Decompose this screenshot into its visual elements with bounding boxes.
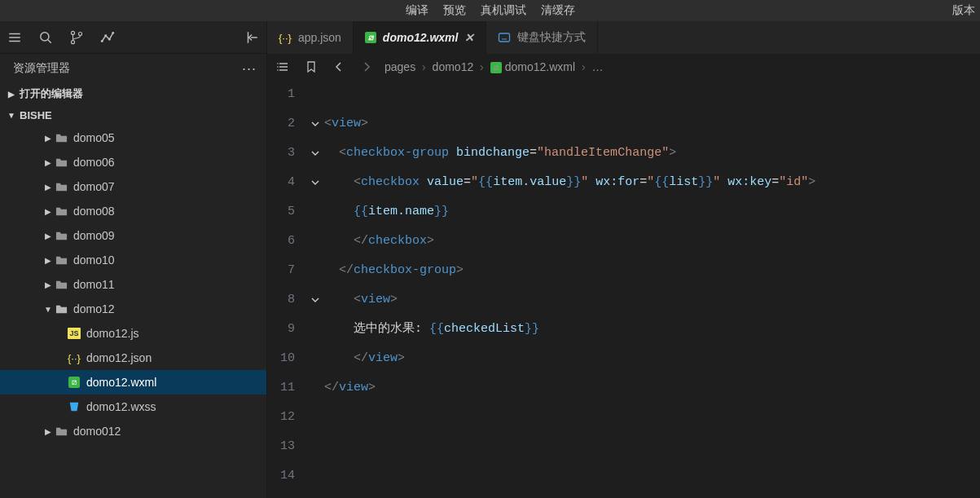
nav-forward-icon[interactable] (357, 57, 376, 77)
section-open-editors[interactable]: ▶ 打开的编辑器 (0, 83, 266, 104)
tree-item-label: domo05 (73, 131, 115, 144)
menu-preview[interactable]: 预览 (443, 3, 466, 18)
folder-item[interactable]: ▼domo12 (0, 297, 266, 321)
bookmark-icon[interactable] (301, 57, 321, 77)
folder-icon (54, 179, 68, 194)
line-gutter: 1234567891011121314 (267, 80, 306, 498)
chevron-right-icon: ▶ (42, 427, 54, 436)
folder-item[interactable]: ▶domo10 (0, 248, 266, 272)
line-number: 14 (267, 461, 295, 491)
svg-point-0 (41, 32, 49, 40)
code-content[interactable]: <view> <checkbox-group bindchange="handl… (324, 80, 980, 498)
section-project[interactable]: ▼ BISHE (0, 104, 266, 126)
section-project-label: BISHE (20, 109, 52, 121)
line-number: 4 (267, 168, 295, 197)
menu-version[interactable]: 版本 (952, 3, 975, 18)
code-line[interactable]: <view> (324, 109, 980, 139)
folder-item[interactable]: ▶domo11 (0, 272, 266, 297)
fold-chevron-icon[interactable] (306, 109, 324, 139)
section-open-editors-label: 打开的编辑器 (20, 86, 83, 101)
folder-item[interactable]: ▶domo06 (0, 150, 266, 174)
code-line[interactable] (324, 432, 980, 461)
fold-chevron-icon[interactable] (306, 168, 324, 197)
menu-compile[interactable]: 编译 (406, 3, 428, 18)
folder-item[interactable]: ▶domo012 (0, 419, 266, 443)
code-line[interactable] (324, 461, 980, 491)
tab-label: app.json (298, 31, 341, 44)
chevron-right-icon: ▶ (42, 231, 54, 240)
chevron-right-icon: ▶ (42, 134, 54, 143)
chevron-right-icon: ▶ (42, 183, 54, 192)
top-menu-bar: 编译 预览 真机调试 清缓存 版本 (0, 0, 980, 21)
editor: {··} app.json ⧄ domo12.wxml ✕ 键盘快捷方式 (267, 21, 980, 498)
search-icon[interactable] (37, 29, 54, 46)
sidebar: 资源管理器 ··· ▶ 打开的编辑器 ▼ BISHE ▶domo05▶domo0… (0, 21, 267, 498)
folder-item[interactable]: ▶domo08 (0, 199, 266, 223)
code-line[interactable] (324, 80, 980, 109)
folder-item[interactable]: ▶domo09 (0, 223, 266, 248)
code-line[interactable]: 选中的水果: {{checkedList}} (324, 315, 980, 344)
code-line[interactable]: <view> (324, 285, 980, 315)
tab-domo12-wxml[interactable]: ⧄ domo12.wxml ✕ (354, 21, 487, 54)
graph-icon[interactable] (99, 29, 116, 46)
file-item[interactable]: domo12.wxss (0, 394, 266, 419)
code-line[interactable]: </view> (324, 344, 980, 373)
code-line[interactable]: <checkbox-group bindchange="handleItemCh… (324, 139, 980, 168)
svg-point-2 (71, 40, 74, 43)
line-number: 11 (267, 373, 295, 403)
line-number: 8 (267, 285, 295, 315)
code-line[interactable]: </checkbox-group> (324, 256, 980, 285)
chevron-right-icon: ▶ (42, 207, 54, 216)
svg-point-7 (112, 31, 114, 33)
crumb-domo12[interactable]: domo12 (433, 60, 474, 73)
crumb-pages[interactable]: pages (385, 60, 415, 73)
code-line[interactable]: </view> (324, 373, 980, 403)
json-icon: {··} (67, 350, 81, 365)
file-item[interactable]: JSdomo12.js (0, 321, 266, 346)
tree-item-label: domo12 (73, 302, 115, 315)
file-item[interactable]: {··}domo12.json (0, 346, 266, 370)
tab-label: domo12.wxml (383, 31, 459, 44)
folder-icon (54, 277, 68, 292)
menu-clear[interactable]: 清缓存 (541, 3, 575, 18)
tree-item-label: domo11 (73, 278, 115, 291)
line-number: 6 (267, 227, 295, 256)
fold-chevron-icon[interactable] (306, 139, 324, 168)
crumb-file[interactable]: domo12.wxml (505, 60, 575, 73)
folder-icon (54, 204, 68, 218)
breadcrumb[interactable]: pages › domo12 › ⧄domo12.wxml › … (385, 60, 603, 73)
code-line[interactable] (324, 403, 980, 432)
js-icon: JS (67, 326, 81, 341)
folder-icon (54, 253, 68, 267)
nav-back-icon[interactable] (329, 57, 349, 77)
tab-shortcuts[interactable]: 键盘快捷方式 (486, 21, 598, 54)
tree-item-label: domo06 (73, 156, 115, 169)
tab-app-json[interactable]: {··} app.json (267, 21, 354, 54)
wxml-icon: ⧄ (365, 32, 376, 43)
menu-icon[interactable] (7, 29, 23, 46)
wxml-icon: ⧄ (490, 62, 502, 73)
folder-item[interactable]: ▶domo07 (0, 174, 266, 199)
code-line[interactable]: </checkbox> (324, 227, 980, 256)
activity-bar (0, 21, 266, 54)
more-actions-icon[interactable]: ··· (242, 60, 257, 77)
folder-icon (54, 130, 68, 145)
list-icon[interactable] (274, 57, 293, 77)
tree-item-label: domo08 (73, 205, 115, 218)
keyboard-icon (498, 31, 511, 44)
git-branch-icon[interactable] (68, 29, 85, 46)
line-number: 1 (267, 80, 295, 109)
folder-item[interactable]: ▶domo05 (0, 126, 266, 150)
code-editor[interactable]: 1234567891011121314 <view> <checkbox-gro… (267, 80, 980, 498)
collapse-icon[interactable] (244, 29, 260, 46)
fold-chevron-icon[interactable] (306, 285, 324, 315)
explorer-title: 资源管理器 (13, 61, 70, 76)
menu-debug[interactable]: 真机调试 (481, 3, 526, 18)
crumb-more[interactable]: … (591, 60, 603, 73)
code-line[interactable]: {{item.name}} (324, 197, 980, 227)
code-line[interactable]: <checkbox value="{{item.value}}" wx:for=… (324, 168, 980, 197)
close-icon[interactable]: ✕ (464, 31, 474, 44)
line-number: 13 (267, 432, 295, 461)
file-item[interactable]: ⧄domo12.wxml (0, 370, 266, 394)
breadcrumb-row: pages › domo12 › ⧄domo12.wxml › … (267, 54, 980, 80)
